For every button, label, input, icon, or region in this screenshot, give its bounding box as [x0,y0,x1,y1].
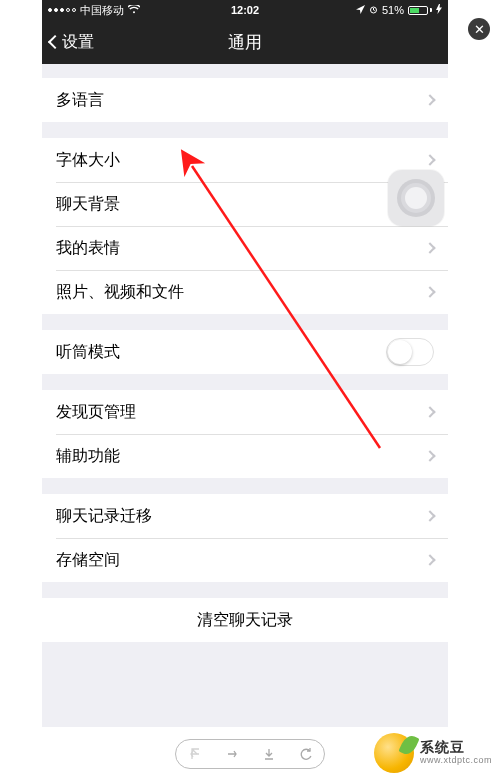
alarm-icon [369,4,378,16]
group-clear: 清空聊天记录 [42,598,448,642]
chevron-right-icon [424,242,435,253]
row-label: 多语言 [56,90,426,111]
row-multilanguage[interactable]: 多语言 [42,78,448,122]
close-icon: ✕ [474,22,485,37]
chevron-right-icon [424,94,435,105]
row-my-stickers[interactable]: 我的表情 [42,226,448,270]
viewer-toolbar [175,739,325,769]
phone-frame: 中国移动 12:02 51% [42,0,448,727]
site-watermark: 系统豆 www.xtdptc.com [370,727,500,779]
back-button[interactable]: 设置 [42,32,102,53]
row-label: 清空聊天记录 [197,610,293,631]
row-photos-videos-files[interactable]: 照片、视频和文件 [42,270,448,314]
row-label: 听筒模式 [56,342,386,363]
row-label: 我的表情 [56,238,426,259]
row-label: 发现页管理 [56,402,426,423]
assistive-touch-button[interactable] [388,170,444,226]
row-label: 字体大小 [56,150,426,171]
settings-list: 多语言 字体大小 聊天背景 我的表情 照片、视频和文件 [42,78,448,642]
toolbar-rotate-button[interactable] [294,742,318,766]
row-discover-manage[interactable]: 发现页管理 [42,390,448,434]
watermark-logo-icon [374,733,414,773]
charging-icon [436,4,442,16]
carrier-label: 中国移动 [80,3,124,18]
chevron-right-icon [424,554,435,565]
signal-dots-icon [48,8,76,12]
nav-bar: 设置 通用 [42,20,448,64]
chevron-right-icon [424,450,435,461]
toolbar-prev-button[interactable] [183,742,207,766]
battery-pct: 51% [382,4,404,16]
row-storage-space[interactable]: 存储空间 [42,538,448,582]
chevron-left-icon [48,35,62,49]
watermark-url: www.xtdptc.com [420,756,492,766]
toolbar-download-button[interactable] [257,742,281,766]
row-font-size[interactable]: 字体大小 [42,138,448,182]
overlay-close-button[interactable]: ✕ [468,18,490,40]
earpiece-toggle[interactable] [386,338,434,366]
row-label: 聊天记录迁移 [56,506,426,527]
row-label: 存储空间 [56,550,426,571]
group-display: 字体大小 聊天背景 我的表情 照片、视频和文件 [42,138,448,314]
status-right: 51% [356,4,442,16]
chevron-right-icon [424,154,435,165]
battery-icon [408,6,432,15]
group-storage: 聊天记录迁移 存储空间 [42,494,448,582]
chevron-right-icon [424,510,435,521]
watermark-title: 系统豆 [420,740,492,755]
wifi-icon [128,4,140,16]
page-title: 通用 [42,31,448,54]
row-chat-migration[interactable]: 聊天记录迁移 [42,494,448,538]
group-features: 发现页管理 辅助功能 [42,390,448,478]
back-label: 设置 [62,32,94,53]
status-left: 中国移动 [48,3,140,18]
chevron-right-icon [424,406,435,417]
row-label: 辅助功能 [56,446,426,467]
location-icon [356,4,365,16]
row-clear-chat-history[interactable]: 清空聊天记录 [42,598,448,642]
assistive-touch-icon [405,187,427,209]
group-earpiece: 听筒模式 [42,330,448,374]
row-label: 聊天背景 [56,194,426,215]
row-label: 照片、视频和文件 [56,282,426,303]
toolbar-next-button[interactable] [220,742,244,766]
chevron-right-icon [424,286,435,297]
row-accessibility[interactable]: 辅助功能 [42,434,448,478]
status-bar: 中国移动 12:02 51% [42,0,448,20]
group-language: 多语言 [42,78,448,122]
row-earpiece-mode: 听筒模式 [42,330,448,374]
